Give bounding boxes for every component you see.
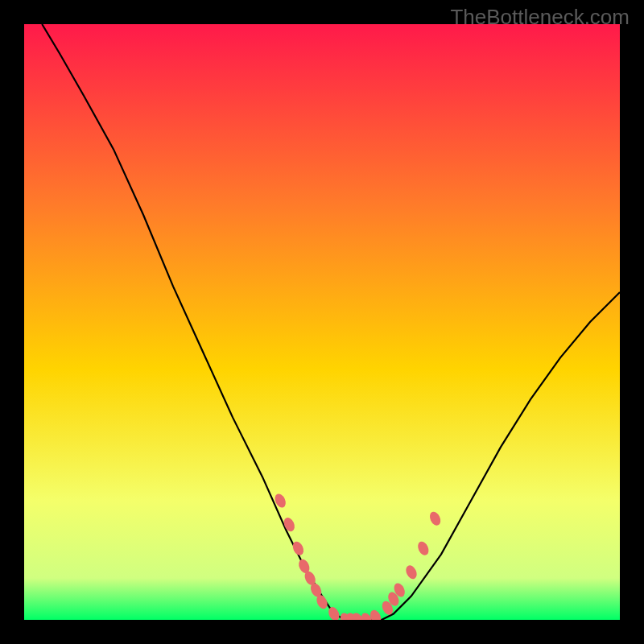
plot-background [24,24,620,620]
bottleneck-chart [24,24,620,620]
watermark-text: TheBottleneck.com [450,5,630,30]
